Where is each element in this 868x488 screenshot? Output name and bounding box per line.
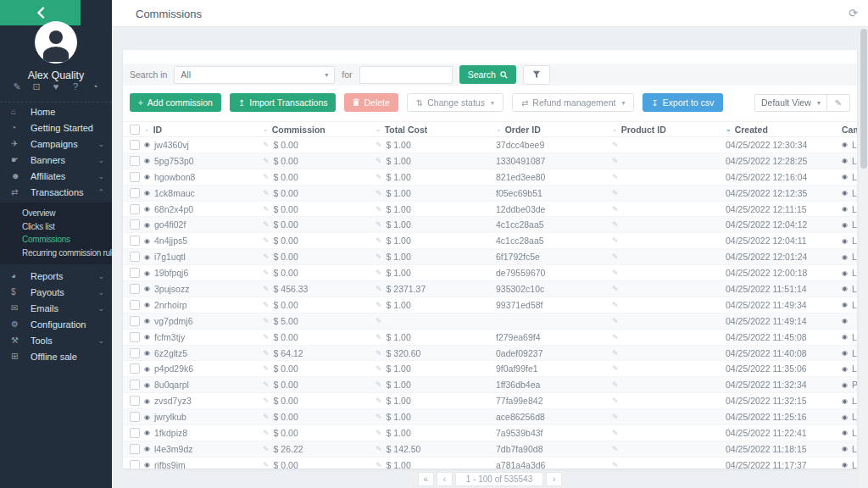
edit-icon[interactable]: ✎ — [376, 413, 382, 421]
view-icon[interactable]: ◉ — [144, 221, 150, 229]
export-csv-button[interactable]: ↧ Export to csv — [643, 93, 722, 112]
sidebar-item-transactions[interactable]: ⇄Transactions⌃ — [0, 184, 112, 200]
edit-icon[interactable]: ✎ — [376, 301, 382, 309]
edit-icon[interactable]: ✎ — [263, 252, 270, 261]
view-icon[interactable]: ◉ — [842, 445, 848, 452]
edit-icon[interactable]: ✎ — [376, 396, 382, 405]
view-icon[interactable]: ◉ — [144, 269, 150, 277]
edit-icon[interactable]: ✎ — [612, 429, 619, 437]
view-icon[interactable]: ◉ — [144, 461, 150, 469]
edit-icon[interactable]: ✎ — [376, 141, 382, 149]
view-icon[interactable]: ◉ — [144, 381, 150, 389]
sidebar-subitem-commissions[interactable]: Commissions — [0, 233, 112, 247]
view-icon[interactable]: ◉ — [144, 141, 150, 148]
sidebar-item-home[interactable]: ⌂Home — [0, 103, 112, 119]
view-icon[interactable]: ◉ — [144, 157, 150, 164]
edit-icon[interactable]: ✎ — [263, 205, 270, 214]
column-header-id[interactable]: ⌄ID — [142, 125, 259, 135]
prev-page-button[interactable]: ‹ — [437, 472, 453, 486]
edit-icon[interactable]: ✎ — [612, 333, 619, 341]
edit-icon[interactable]: ✎ — [612, 252, 619, 261]
sidebar-subitem-recurring-commission-rules[interactable]: Recurring commission rules — [0, 247, 112, 260]
edit-icon[interactable]: ✎ — [263, 301, 270, 309]
edit-icon[interactable]: ✎ — [612, 413, 619, 421]
view-icon[interactable]: ◉ — [144, 189, 150, 197]
row-checkbox[interactable] — [130, 268, 140, 278]
refresh-icon[interactable]: ⟳ — [849, 7, 858, 19]
edit-icon[interactable]: ✎ — [612, 236, 619, 245]
edit-icon[interactable]: ✎ — [376, 364, 382, 373]
view-select[interactable]: Default View ▾ — [754, 94, 827, 112]
edit-icon[interactable]: ✎ — [263, 189, 270, 197]
view-icon[interactable]: ◉ — [144, 301, 150, 308]
filter-button[interactable] — [523, 65, 550, 85]
view-icon[interactable]: ◉ — [842, 381, 848, 389]
view-icon[interactable]: ◉ — [144, 429, 150, 436]
edit-icon[interactable]: ✎ — [376, 461, 382, 469]
row-checkbox[interactable] — [130, 444, 140, 454]
edit-icon[interactable]: ✎ — [263, 364, 270, 373]
view-icon[interactable]: ◉ — [842, 429, 848, 436]
row-checkbox[interactable] — [130, 460, 140, 469]
row-checkbox[interactable] — [130, 396, 140, 406]
column-header-order-id[interactable]: ⌄Order ID — [492, 125, 608, 135]
row-checkbox[interactable] — [130, 252, 140, 262]
row-checkbox[interactable] — [130, 428, 140, 438]
view-icon[interactable]: ◉ — [144, 333, 150, 341]
edit-icon[interactable]: ✎ — [263, 380, 270, 389]
edit-icon[interactable]: ✎ — [263, 157, 270, 165]
edit-icon[interactable]: ✎ — [263, 349, 270, 358]
row-checkbox[interactable] — [130, 284, 140, 294]
edit-icon[interactable]: ✎ — [376, 252, 382, 261]
view-icon[interactable]: ◉ — [842, 285, 848, 292]
edit-icon[interactable]: ✎ — [263, 396, 270, 405]
view-icon[interactable]: ◉ — [842, 189, 848, 197]
edit-icon[interactable]: ✎ — [376, 205, 382, 214]
view-icon[interactable]: ◉ — [144, 349, 150, 357]
view-icon[interactable]: ◉ — [144, 445, 150, 452]
edit-view-button[interactable]: ✎ — [827, 94, 850, 112]
edit-icon[interactable]: ✎ — [376, 269, 382, 277]
desktop-icon[interactable]: ⊡ — [31, 81, 42, 92]
row-checkbox[interactable] — [130, 172, 140, 182]
edit-icon[interactable]: ✎ — [612, 317, 619, 325]
column-header-commission[interactable]: ⌄Commission — [259, 125, 376, 135]
view-icon[interactable]: ◉ — [842, 253, 848, 261]
edit-icon[interactable]: ✎ — [376, 236, 382, 245]
edit-icon[interactable]: ✎ — [612, 445, 619, 453]
view-icon[interactable]: ◉ — [144, 413, 150, 421]
view-icon[interactable]: ◉ — [842, 269, 848, 277]
view-icon[interactable]: ◉ — [144, 317, 150, 324]
view-icon[interactable]: ◉ — [842, 173, 848, 180]
sidebar-item-getting-started[interactable]: ◔Getting Started — [0, 119, 112, 136]
first-page-button[interactable]: « — [418, 472, 434, 486]
view-icon[interactable]: ◉ — [842, 141, 848, 148]
edit-icon[interactable]: ✎ — [612, 157, 619, 165]
view-icon[interactable]: ◉ — [144, 285, 150, 292]
search-button[interactable]: Search — [459, 65, 516, 84]
edit-icon[interactable]: ✎ — [263, 461, 270, 469]
sidebar-item-affiliates[interactable]: ☻Affiliates⌄ — [0, 168, 112, 184]
edit-icon[interactable]: ✎ — [612, 380, 619, 389]
edit-icon[interactable]: ✎ — [263, 141, 270, 149]
edit-icon[interactable]: ✎ — [263, 285, 270, 293]
edit-icon[interactable]: ✎ — [612, 285, 619, 293]
view-icon[interactable]: ◉ — [842, 237, 848, 245]
row-checkbox[interactable] — [130, 300, 140, 310]
edit-icon[interactable]: ✎ — [263, 220, 270, 229]
row-checkbox[interactable] — [130, 363, 140, 374]
edit-icon[interactable]: ✎ — [376, 333, 382, 341]
edit-icon[interactable]: ✎ — [376, 380, 382, 389]
edit-icon[interactable]: ✎ — [11, 81, 23, 92]
view-icon[interactable]: ◉ — [144, 397, 150, 405]
scrollbar-thumb[interactable] — [860, 29, 867, 169]
view-icon[interactable]: ◉ — [842, 221, 848, 229]
row-checkbox[interactable] — [130, 236, 140, 246]
edit-icon[interactable]: ✎ — [263, 173, 270, 181]
refund-management-button[interactable]: ⇄ Refund management ▾ — [512, 93, 634, 112]
next-page-button[interactable]: › — [546, 472, 562, 486]
sidebar-item-reports[interactable]: ◕Reports⌄ — [0, 268, 112, 284]
sidebar-item-tools[interactable]: ⚒Tools⌄ — [0, 332, 112, 348]
sidebar-item-emails[interactable]: ✉Emails⌄ — [0, 300, 112, 316]
edit-icon[interactable]: ✎ — [612, 173, 619, 181]
